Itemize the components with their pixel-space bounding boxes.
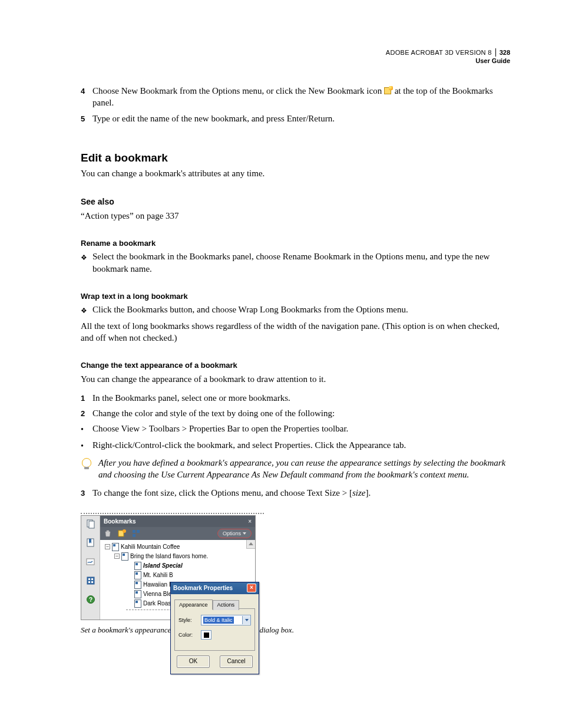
attachments-icon[interactable] bbox=[85, 575, 97, 587]
figure-caption: Set a bookmark's appearance in the Bookm… bbox=[81, 625, 510, 635]
color-swatch[interactable] bbox=[201, 630, 211, 640]
header-guide: User Guide bbox=[386, 57, 510, 65]
page-number: 328 bbox=[495, 48, 510, 57]
new-bookmark-icon bbox=[384, 87, 392, 95]
step-4: 4 Choose New Bookmark from the Options m… bbox=[81, 85, 510, 109]
step-number: 3 bbox=[81, 487, 92, 499]
tip-note: After you have defined a bookmark's appe… bbox=[81, 457, 510, 481]
new-bookmark-icon[interactable] bbox=[118, 529, 126, 538]
heading-wrap: Wrap text in a long bookmark bbox=[81, 291, 510, 302]
bookmark-page-icon bbox=[134, 581, 141, 589]
chevron-down-icon[interactable] bbox=[242, 616, 250, 624]
svg-rect-13 bbox=[133, 530, 135, 533]
svg-rect-1 bbox=[89, 521, 94, 528]
style-combobox[interactable]: Bold & Italic bbox=[201, 615, 251, 625]
tree-row[interactable]: Mt. Kahili B bbox=[101, 571, 254, 580]
dialog-tabs: Appearance Actions bbox=[174, 599, 255, 609]
options-menu-button[interactable]: Options bbox=[217, 529, 252, 538]
collapse-toggle[interactable]: − bbox=[114, 554, 120, 559]
heading-edit-bookmark: Edit a bookmark bbox=[81, 150, 510, 166]
tree-row[interactable]: Island Special bbox=[101, 561, 254, 571]
paragraph: All the text of long bookmarks shows reg… bbox=[81, 320, 510, 344]
tab-pane-appearance: Style: Bold & Italic Color: bbox=[174, 608, 255, 651]
bookmark-label: Kahili Mountain Coffee bbox=[121, 543, 180, 551]
tab-actions[interactable]: Actions bbox=[213, 600, 240, 610]
diamond-bullet-icon bbox=[81, 251, 92, 275]
bookmark-label: Island Special bbox=[143, 562, 183, 570]
tree-row[interactable]: − Bring the Island flavors home. bbox=[101, 552, 254, 561]
bookmark-page-icon bbox=[134, 599, 141, 608]
panel-title: Bookmarks bbox=[104, 518, 135, 526]
paragraph: You can change a bookmark's attributes a… bbox=[81, 167, 510, 179]
collapse-toggle[interactable]: − bbox=[105, 544, 110, 549]
chevron-down-icon bbox=[243, 532, 246, 535]
step-number: 1 bbox=[81, 392, 92, 404]
tab-appearance[interactable]: Appearance bbox=[174, 599, 213, 610]
step-text: To change the font size, click the Optio… bbox=[92, 488, 352, 498]
dot-bullet-icon bbox=[81, 423, 92, 436]
panel-titlebar: Bookmarks × bbox=[100, 516, 255, 527]
bookmark-page-icon bbox=[121, 552, 128, 561]
svg-rect-4 bbox=[87, 577, 94, 584]
bookmark-page-icon bbox=[134, 590, 141, 598]
bullet-text: Select the bookmark in the Bookmarks pan… bbox=[92, 251, 510, 275]
dot-bullet-item: Right-click/Control-click the bookmark, … bbox=[81, 439, 510, 452]
step-number: 5 bbox=[81, 113, 92, 124]
svg-rect-6 bbox=[91, 578, 93, 580]
bookmark-page-icon bbox=[134, 562, 141, 570]
step-text: Choose New Bookmark from the Options men… bbox=[92, 86, 384, 95]
figure-bookmark-properties: ? Bookmarks × bbox=[81, 513, 510, 635]
step-text: Change the color and style of the text b… bbox=[92, 407, 510, 419]
bookmark-label: Dark Roast bbox=[143, 599, 173, 608]
svg-text:?: ? bbox=[88, 597, 92, 603]
bullet-text: Choose View > Toolbars > Properties Bar … bbox=[92, 423, 510, 436]
dot-bullet-item: Choose View > Toolbars > Properties Bar … bbox=[81, 423, 510, 436]
signatures-icon[interactable] bbox=[85, 556, 97, 568]
bookmark-page-icon bbox=[112, 543, 119, 551]
bookmark-properties-dialog: Bookmark Properties × Appearance Actions… bbox=[170, 582, 259, 674]
pages-icon[interactable] bbox=[85, 518, 97, 530]
lightbulb-icon bbox=[81, 457, 98, 481]
heading-rename: Rename a bookmark bbox=[81, 238, 510, 249]
page-header: ADOBE ACROBAT 3D VERSION 8328 User Guide bbox=[386, 48, 510, 65]
bullet-text: Right-click/Control-click the bookmark, … bbox=[92, 439, 510, 452]
svg-point-12 bbox=[123, 529, 126, 533]
svg-rect-8 bbox=[91, 581, 93, 583]
paragraph: You can change the appearance of a bookm… bbox=[81, 373, 510, 385]
dialog-title: Bookmark Properties bbox=[173, 584, 233, 592]
trash-icon[interactable] bbox=[104, 529, 112, 538]
diamond-bullet-item: Click the Bookmarks button, and choose W… bbox=[81, 304, 510, 316]
step-2: 2 Change the color and style of the text… bbox=[81, 407, 510, 419]
document-body: 4 Choose New Bookmark from the Options m… bbox=[81, 85, 510, 635]
nav-side-icons: ? bbox=[81, 516, 100, 620]
step-number: 2 bbox=[81, 407, 92, 419]
dialog-titlebar: Bookmark Properties × bbox=[171, 582, 259, 594]
svg-rect-3 bbox=[87, 559, 94, 565]
tree-row[interactable]: − Kahili Mountain Coffee bbox=[101, 542, 254, 552]
size-placeholder: size bbox=[352, 488, 366, 498]
step-number: 4 bbox=[81, 85, 92, 109]
svg-rect-15 bbox=[133, 534, 135, 537]
step-3: 3 To change the font size, click the Opt… bbox=[81, 487, 510, 499]
bookmark-label: Bring the Island flavors home. bbox=[130, 552, 208, 561]
diamond-bullet-item: Select the bookmark in the Bookmarks pan… bbox=[81, 251, 510, 275]
bullet-text: Click the Bookmarks button, and choose W… bbox=[92, 304, 510, 316]
svg-rect-7 bbox=[88, 581, 90, 583]
scroll-up-button[interactable] bbox=[246, 540, 255, 549]
ok-button[interactable]: OK bbox=[177, 655, 210, 668]
help-icon[interactable]: ? bbox=[85, 594, 97, 605]
see-also-link[interactable]: “Action types” on page 337 bbox=[81, 210, 510, 222]
dot-bullet-icon bbox=[81, 439, 92, 452]
svg-rect-14 bbox=[137, 530, 140, 533]
step-1: 1 In the Bookmarks panel, select one or … bbox=[81, 392, 510, 404]
step-text: Type or edit the name of the new bookmar… bbox=[92, 113, 510, 124]
close-icon[interactable]: × bbox=[247, 584, 256, 592]
tip-text: After you have defined a bookmark's appe… bbox=[98, 457, 510, 481]
close-icon[interactable]: × bbox=[248, 518, 252, 526]
cancel-button[interactable]: Cancel bbox=[220, 655, 253, 668]
style-value: Bold & Italic bbox=[203, 617, 234, 624]
style-label: Style: bbox=[178, 617, 197, 624]
expand-icon[interactable] bbox=[132, 529, 140, 538]
bookmark-page-icon bbox=[134, 571, 141, 579]
bookmarks-icon[interactable] bbox=[85, 537, 97, 549]
